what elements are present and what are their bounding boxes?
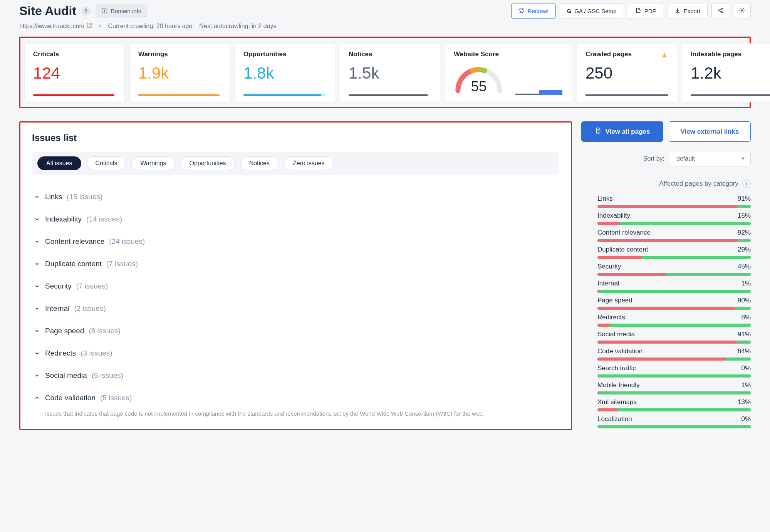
sort-select[interactable]: default <box>670 151 751 166</box>
issue-category-count: (15 issues) <box>67 193 102 201</box>
pdf-button[interactable]: PDF <box>628 3 663 19</box>
stat-card-criticals[interactable]: Criticals 124 <box>24 43 125 102</box>
issue-category-name: Internal <box>45 304 69 313</box>
filter-zero-issues[interactable]: Zero issues <box>284 156 334 170</box>
affected-category-row[interactable]: Page speed90% <box>597 297 751 310</box>
affected-category-row[interactable]: Social media91% <box>597 331 751 344</box>
settings-button[interactable] <box>733 3 751 19</box>
affected-category-name: Redirects <box>597 314 625 321</box>
help-icon[interactable]: ? <box>82 7 90 15</box>
affected-category-row[interactable]: Localization0% <box>597 415 751 428</box>
affected-category-pct: 90% <box>738 297 751 304</box>
stat-card-notices[interactable]: Notices 1.5k <box>340 43 440 102</box>
affected-category-bar <box>597 256 751 259</box>
issue-category-row[interactable]: Indexability(14 issues) <box>32 208 559 230</box>
affected-category-bar <box>597 374 751 378</box>
sort-value: default <box>676 155 695 162</box>
filter-notices[interactable]: Notices <box>240 156 278 170</box>
issue-category-name: Security <box>45 282 72 290</box>
stat-value: 1.2k <box>691 65 770 81</box>
gear-icon <box>739 7 745 15</box>
affected-category-bar <box>597 205 751 208</box>
issue-category-name: Code validation <box>45 394 96 402</box>
affected-category-pct: 92% <box>738 229 751 237</box>
issue-category-row[interactable]: Content relevance(24 issues) <box>32 230 559 253</box>
issues-title: Issues list <box>32 133 559 143</box>
filter-warnings[interactable]: Warnings <box>131 156 175 170</box>
code-validation-description: Issues that indicates that page code is … <box>32 409 559 418</box>
stat-card-warnings[interactable]: Warnings 1.9k <box>129 43 230 102</box>
view-external-links-button[interactable]: View external links <box>669 121 751 142</box>
issue-category-row[interactable]: Duplicate content(7 issues) <box>32 253 559 275</box>
issue-category-name: Links <box>45 193 62 201</box>
affected-category-row[interactable]: Content relevance92% <box>597 229 751 242</box>
affected-category-pct: 84% <box>738 347 751 355</box>
info-icon[interactable]: i <box>742 180 751 188</box>
affected-category-name: Internal <box>597 280 619 287</box>
page-title: Site Audit <box>19 4 76 18</box>
affected-category-pct: 0% <box>741 364 751 372</box>
chevron-down-icon <box>34 328 40 334</box>
affected-category-name: Links <box>597 195 613 203</box>
issue-category-count: (5 issues) <box>92 371 123 380</box>
stat-label: Crawled pages <box>585 50 668 58</box>
affected-category-bar <box>597 324 751 327</box>
affected-category-row[interactable]: Duplicate content29% <box>597 246 751 259</box>
affected-category-row[interactable]: Code validation84% <box>597 347 751 361</box>
next-crawl-text: Next autocrawling: in 2 days <box>199 23 276 30</box>
affected-category-row[interactable]: Xml sitemaps13% <box>597 398 751 411</box>
share-button[interactable] <box>711 3 729 19</box>
stat-card-indexable[interactable]: Indexable pages 1.2k <box>682 43 770 102</box>
issues-panel: Issues list All issues Criticals Warning… <box>19 121 572 430</box>
external-link-icon <box>87 23 92 30</box>
affected-category-row[interactable]: Security45% <box>597 263 751 276</box>
stats-row: Criticals 124 Warnings 1.9k Opportunitie… <box>19 37 751 108</box>
view-all-pages-label: View all pages <box>606 128 650 136</box>
filter-opportunities[interactable]: Opportunities <box>180 156 235 170</box>
affected-category-row[interactable]: Internal1% <box>597 280 751 293</box>
stat-label: Warnings <box>138 50 221 58</box>
domain-info-button[interactable]: Domain info <box>96 4 148 18</box>
domain-text: https://www.traackr.com <box>19 23 84 30</box>
google-g-icon: G <box>567 8 572 14</box>
gauge-icon: 55 <box>454 65 504 95</box>
stat-card-crawled[interactable]: ▲ Crawled pages 250 <box>577 43 677 102</box>
issue-category-count: (5 issues) <box>100 394 132 402</box>
affected-category-name: Page speed <box>597 297 632 304</box>
ga-gsc-button[interactable]: G GA / GSC Setup <box>560 3 624 18</box>
affected-pages-title: Affected pages by category <box>659 180 738 188</box>
issue-category-row[interactable]: Security(7 issues) <box>32 275 559 297</box>
filter-all-issues[interactable]: All issues <box>37 156 81 170</box>
affected-category-bar <box>597 391 751 394</box>
issue-category-row[interactable]: Code validation(5 issues) <box>32 387 559 409</box>
affected-category-row[interactable]: Search traffic0% <box>597 364 751 378</box>
export-button[interactable]: Export <box>667 3 708 19</box>
issue-category-name: Content relevance <box>45 237 104 246</box>
affected-category-row[interactable]: Links91% <box>597 195 751 208</box>
affected-category-pct: 15% <box>738 212 751 220</box>
affected-category-bar <box>597 341 751 344</box>
issue-category-count: (3 issues) <box>81 349 112 357</box>
chevron-down-icon <box>34 306 40 311</box>
score-value: 55 <box>471 79 487 94</box>
affected-category-row[interactable]: Redirects8% <box>597 314 751 327</box>
affected-category-row[interactable]: Mobile friendly1% <box>597 381 751 394</box>
issue-category-row[interactable]: Page speed(8 issues) <box>32 320 559 342</box>
affected-category-row[interactable]: Indexability15% <box>597 212 751 225</box>
recrawl-label: Recrawl <box>528 8 549 14</box>
issue-category-count: (14 issues) <box>86 215 122 223</box>
stat-card-website-score[interactable]: Website Score 55 <box>445 43 572 102</box>
domain-link[interactable]: https://www.traackr.com <box>19 23 92 30</box>
stat-card-opportunities[interactable]: Opportunities 1.8k <box>235 43 335 102</box>
issue-category-row[interactable]: Links(15 issues) <box>32 186 559 208</box>
issue-category-row[interactable]: Redirects(3 issues) <box>32 342 559 364</box>
issue-category-row[interactable]: Social media(5 issues) <box>32 364 559 387</box>
issue-category-row[interactable]: Internal(2 issues) <box>32 297 559 320</box>
filter-criticals[interactable]: Criticals <box>87 156 126 170</box>
affected-category-bar <box>597 222 751 225</box>
recrawl-button[interactable]: Recrawl <box>511 3 556 19</box>
chevron-down-icon <box>34 351 40 356</box>
view-all-pages-button[interactable]: View all pages <box>581 121 663 142</box>
affected-category-pct: 91% <box>738 195 751 203</box>
separator-dot: • <box>99 23 101 30</box>
